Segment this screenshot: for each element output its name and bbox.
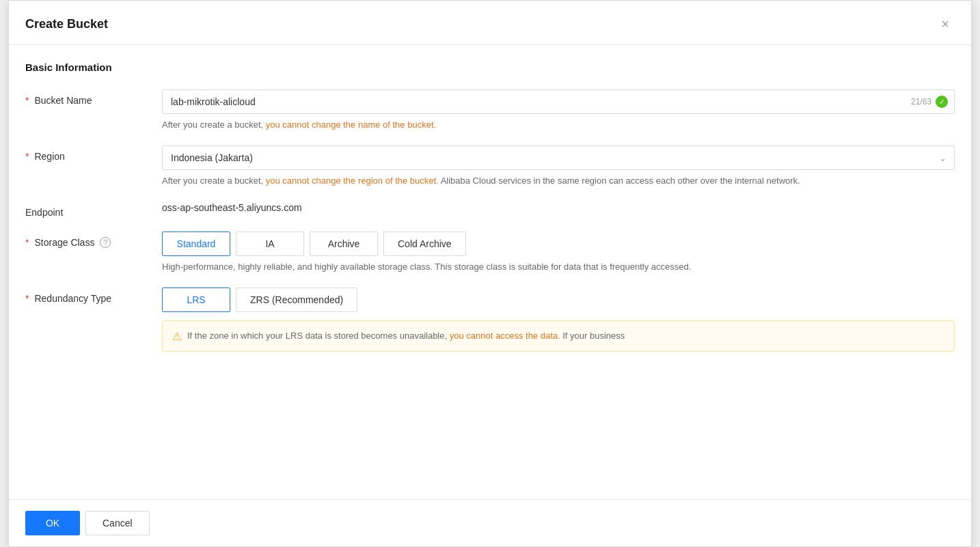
- bucket-name-label: * Bucket Name: [25, 89, 162, 106]
- redundancy-type-label: * Redundancy Type: [25, 287, 162, 304]
- bucket-name-hint: After you create a bucket, you cannot ch…: [162, 118, 955, 132]
- endpoint-row: Endpoint oss-ap-southeast-5.aliyuncs.com: [25, 201, 955, 218]
- redundancy-btn-zrs[interactable]: ZRS (Recommended): [236, 287, 357, 312]
- create-bucket-dialog: Create Bucket × Basic Information * Buck…: [8, 0, 972, 547]
- region-control: Indonesia (Jakarta) ⌄ After you create a…: [162, 145, 955, 188]
- valid-icon: ✓: [936, 96, 948, 108]
- dialog-title: Create Bucket: [25, 17, 108, 31]
- bucket-name-input[interactable]: [162, 89, 955, 114]
- endpoint-label: Endpoint: [25, 201, 162, 218]
- bucket-name-counter: 21/63: [911, 97, 931, 107]
- storage-btn-ia[interactable]: IA: [236, 232, 304, 256]
- bucket-name-suffix: 21/63 ✓: [911, 96, 948, 108]
- required-asterisk: *: [25, 95, 29, 106]
- dialog-body: Basic Information * Bucket Name 21/63 ✓ …: [9, 45, 971, 499]
- dialog-header: Create Bucket ×: [9, 1, 971, 45]
- bucket-name-control: 21/63 ✓ After you create a bucket, you c…: [162, 89, 955, 132]
- cancel-button[interactable]: Cancel: [85, 511, 150, 535]
- storage-class-row: * Storage Class ? Standard IA Archive Co…: [25, 232, 955, 274]
- endpoint-value: oss-ap-southeast-5.aliyuncs.com: [162, 197, 302, 213]
- redundancy-type-control: LRS ZRS (Recommended) ⚠ If the zone in w…: [162, 287, 955, 352]
- storage-class-label: * Storage Class ?: [25, 232, 162, 248]
- storage-btn-standard[interactable]: Standard: [162, 232, 230, 256]
- ok-button[interactable]: OK: [25, 511, 80, 535]
- storage-class-hint: High-performance, highly reliable, and h…: [162, 260, 955, 274]
- storage-class-buttons: Standard IA Archive Cold Archive: [162, 232, 955, 256]
- storage-btn-archive[interactable]: Archive: [310, 232, 378, 256]
- redundancy-btn-lrs[interactable]: LRS: [162, 287, 230, 312]
- required-asterisk-region: *: [25, 151, 29, 162]
- storage-btn-cold-archive[interactable]: Cold Archive: [383, 232, 466, 256]
- region-select-wrapper: Indonesia (Jakarta) ⌄: [162, 145, 955, 170]
- storage-class-help-icon[interactable]: ?: [100, 237, 111, 248]
- dialog-footer: OK Cancel: [9, 499, 971, 546]
- close-button[interactable]: ×: [936, 14, 955, 33]
- redundancy-type-row: * Redundancy Type LRS ZRS (Recommended) …: [25, 287, 955, 352]
- bucket-name-row: * Bucket Name 21/63 ✓ After you create a…: [25, 89, 955, 132]
- region-row: * Region Indonesia (Jakarta) ⌄ After you…: [25, 145, 955, 188]
- section-basic-info-title: Basic Information: [25, 61, 955, 73]
- redundancy-warning-box: ⚠ If the zone in which your LRS data is …: [162, 320, 955, 352]
- endpoint-control: oss-ap-southeast-5.aliyuncs.com: [162, 201, 955, 214]
- bucket-name-input-wrapper: 21/63 ✓: [162, 89, 955, 114]
- region-select[interactable]: Indonesia (Jakarta): [162, 145, 955, 170]
- region-label: * Region: [25, 145, 162, 162]
- storage-class-control: Standard IA Archive Cold Archive High-pe…: [162, 232, 955, 274]
- required-asterisk-redundancy: *: [25, 293, 29, 304]
- warning-icon: ⚠: [172, 330, 182, 343]
- region-hint: After you create a bucket, you cannot ch…: [162, 174, 955, 188]
- redundancy-buttons: LRS ZRS (Recommended): [162, 287, 955, 312]
- required-asterisk-storage: *: [25, 237, 29, 248]
- redundancy-warning-text: If the zone in which your LRS data is st…: [187, 329, 625, 343]
